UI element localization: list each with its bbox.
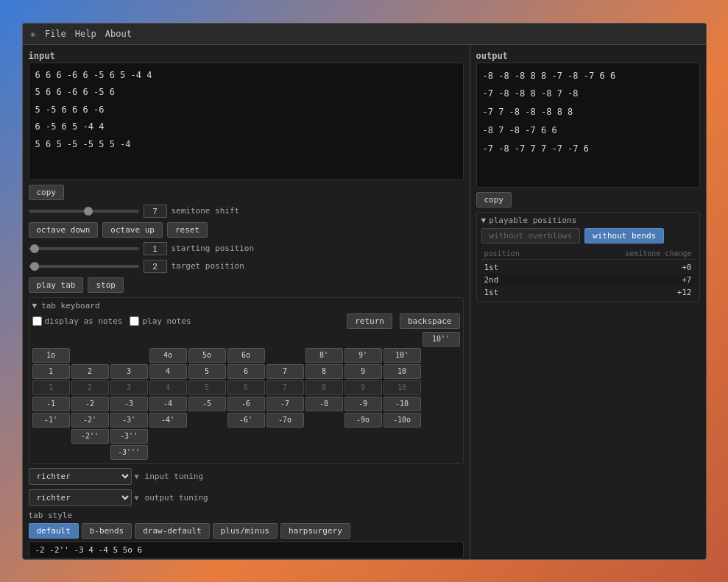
menu-help[interactable]: Help xyxy=(75,29,96,39)
key-m3p[interactable]: -3' xyxy=(110,413,148,427)
key-empty xyxy=(266,429,304,444)
key-empty xyxy=(32,332,70,347)
reset-button[interactable]: reset xyxy=(167,222,208,238)
starting-position-slider[interactable] xyxy=(29,247,139,250)
key-m3[interactable]: -3 xyxy=(110,397,148,411)
key-m3ppp[interactable]: -3''' xyxy=(110,445,148,460)
menu-file[interactable]: File xyxy=(45,29,66,39)
tab-result-display: -2 -2'' -3 4 -4 5 5o 6 xyxy=(29,542,464,558)
key-10p[interactable]: 10' xyxy=(384,348,421,363)
target-position-thumb[interactable] xyxy=(30,262,39,271)
key-10pp[interactable]: 10'' xyxy=(423,332,460,347)
target-position-slider[interactable] xyxy=(29,265,139,268)
key-m1p[interactable]: -1' xyxy=(32,413,70,427)
key-3-dim[interactable]: 3 xyxy=(110,380,148,395)
play-tab-button[interactable]: play tab xyxy=(29,277,84,293)
key-m7[interactable]: -7 xyxy=(266,397,304,411)
key-2-dim[interactable]: 2 xyxy=(71,380,109,395)
key-10[interactable]: 10 xyxy=(384,364,421,379)
key-8[interactable]: 8 xyxy=(305,364,343,379)
key-m6[interactable]: -6 xyxy=(227,397,265,411)
output-copy-button[interactable]: copy xyxy=(476,192,512,207)
key-m10o[interactable]: -10o xyxy=(384,413,421,427)
key-m10[interactable]: -10 xyxy=(384,397,421,411)
key-m7o[interactable]: -7o xyxy=(266,413,304,427)
key-4[interactable]: 4 xyxy=(149,364,187,379)
key-4-dim[interactable]: 4 xyxy=(149,380,187,395)
key-8-dim[interactable]: 8 xyxy=(305,380,343,395)
target-position-value[interactable] xyxy=(144,260,167,273)
key-5o[interactable]: 5o xyxy=(188,348,226,363)
backspace-button[interactable]: backspace xyxy=(400,313,460,329)
keyboard-collapse-icon[interactable]: ▼ xyxy=(32,301,38,310)
key-8p[interactable]: 8' xyxy=(305,348,343,363)
tab-style-harpsurgery[interactable]: harpsurgery xyxy=(280,523,350,539)
key-1[interactable]: 1 xyxy=(32,364,70,379)
output-tuning-select[interactable]: richter xyxy=(29,489,132,506)
key-1-dim[interactable]: 1 xyxy=(32,380,70,395)
key-5[interactable]: 5 xyxy=(188,364,226,379)
key-m2p[interactable]: -2' xyxy=(71,413,109,427)
key-9[interactable]: 9 xyxy=(344,364,382,379)
stop-button[interactable]: stop xyxy=(88,277,124,293)
key-m8[interactable]: -8 xyxy=(305,397,343,411)
tab-style-bbends[interactable]: b-bends xyxy=(82,523,132,539)
without-bends-button[interactable]: without bends xyxy=(584,228,664,244)
key-4o[interactable]: 4o xyxy=(149,348,187,363)
key-6[interactable]: 6 xyxy=(227,364,265,379)
key-3[interactable]: 3 xyxy=(110,364,148,379)
key-7-dim[interactable]: 7 xyxy=(266,380,304,395)
key-empty xyxy=(266,348,304,363)
octave-up-button[interactable]: octave up xyxy=(102,222,163,238)
key-6-dim[interactable]: 6 xyxy=(227,380,265,395)
display-as-notes-checkbox[interactable] xyxy=(32,316,42,326)
key-m1[interactable]: -1 xyxy=(32,397,70,411)
key-9-dim[interactable]: 9 xyxy=(344,380,382,395)
key-m2[interactable]: -2 xyxy=(71,397,109,411)
return-button[interactable]: return xyxy=(347,313,392,329)
play-notes-checkbox[interactable] xyxy=(130,316,139,326)
octave-down-button[interactable]: octave down xyxy=(29,222,99,238)
key-2[interactable]: 2 xyxy=(71,364,109,379)
key-empty xyxy=(384,332,421,347)
input-display[interactable]: 6 6 6 -6 6 -5 6 5 -4 4 5 6 6 -6 6 -5 6 5… xyxy=(29,63,464,180)
copy-row: copy xyxy=(29,185,464,200)
play-notes-label[interactable]: play notes xyxy=(130,316,191,326)
semitone-value-input[interactable] xyxy=(144,205,167,218)
input-line-3: 5 -5 6 6 6 -6 xyxy=(35,102,457,118)
output-line-1: -8 -8 -8 8 8 -7 -8 -7 6 6 xyxy=(483,68,693,85)
display-as-notes-label[interactable]: display as notes xyxy=(32,316,123,326)
starting-position-value[interactable] xyxy=(144,242,167,255)
key-empty xyxy=(305,445,343,460)
input-tuning-select[interactable]: richter xyxy=(29,468,132,485)
semitone-slider-thumb[interactable] xyxy=(84,207,93,216)
starting-position-thumb[interactable] xyxy=(30,244,39,253)
key-m3pp[interactable]: -3'' xyxy=(110,429,148,444)
copy-button[interactable]: copy xyxy=(29,185,65,200)
playable-header: ▼ playable positions xyxy=(481,216,695,225)
key-m4p[interactable]: -4' xyxy=(149,413,187,427)
key-m4[interactable]: -4 xyxy=(149,397,187,411)
input-tuning-label: input tuning xyxy=(145,472,203,481)
key-6o[interactable]: 6o xyxy=(227,348,265,363)
key-1o[interactable]: 1o xyxy=(32,348,70,363)
key-7[interactable]: 7 xyxy=(266,364,304,379)
playable-collapse-icon[interactable]: ▼ xyxy=(481,216,487,225)
key-10-dim[interactable]: 10 xyxy=(384,380,421,395)
semitone-slider[interactable] xyxy=(29,210,139,213)
key-9p[interactable]: 9' xyxy=(344,348,382,363)
tab-style-drawdefault[interactable]: draw-default xyxy=(135,523,209,539)
key-5-dim[interactable]: 5 xyxy=(188,380,226,395)
key-m2pp[interactable]: -2'' xyxy=(71,429,109,444)
keyboard-header: ▼ tab keyboard xyxy=(32,301,460,310)
key-m9[interactable]: -9 xyxy=(344,397,382,411)
key-empty xyxy=(188,429,226,444)
without-overblows-button[interactable]: without overblows xyxy=(481,228,581,244)
key-m5[interactable]: -5 xyxy=(188,397,226,411)
tab-style-default[interactable]: default xyxy=(29,523,79,539)
tab-style-plusminus[interactable]: plus/minus xyxy=(213,523,278,539)
key-m9o[interactable]: -9o xyxy=(344,413,382,427)
menu-about[interactable]: About xyxy=(105,29,132,39)
output-line-4: -8 7 -8 -7 6 6 xyxy=(483,122,693,139)
key-m6p[interactable]: -6' xyxy=(227,413,265,427)
